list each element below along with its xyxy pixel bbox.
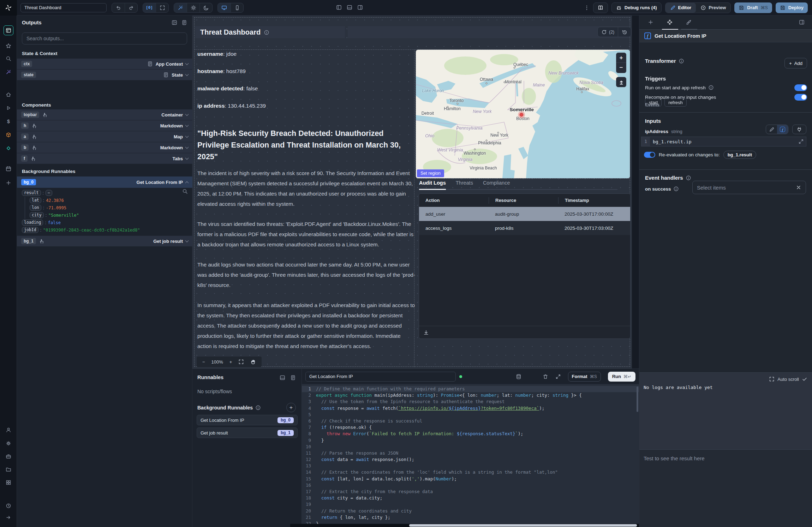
map-zoom-out-button[interactable]: −	[616, 63, 626, 73]
output-row-f[interactable]: fTabs	[17, 153, 192, 164]
collapse-right-icon[interactable]	[799, 19, 805, 25]
code-line[interactable]: 6 // Check if the response is successful	[302, 418, 639, 424]
run-button[interactable]: Run ⌘↵	[608, 372, 635, 382]
map-marker[interactable]	[519, 113, 523, 116]
static-mode-button[interactable]	[766, 125, 777, 134]
tab-threats[interactable]: Threats	[456, 180, 473, 189]
reeval-dependency-chip[interactable]: bg_1.result	[723, 151, 756, 159]
code-line[interactable]: 18 const city = data.city;	[302, 495, 639, 501]
search-outputs-input[interactable]	[22, 32, 187, 44]
topbar-container-cell-2[interactable]	[348, 26, 629, 38]
code-line[interactable]: 2export async function main(ipAddress: s…	[302, 392, 639, 399]
code-area[interactable]: 1// Define the main function with the re…	[302, 384, 639, 524]
map-recenter-button[interactable]	[616, 77, 626, 87]
expand-diagonal-icon[interactable]	[798, 139, 804, 144]
rail-search-icon[interactable]	[4, 54, 13, 64]
fit-frame-icon[interactable]	[238, 359, 244, 365]
output-row-a[interactable]: aMap	[17, 131, 192, 142]
selected-runnable-header[interactable]: f Get Location From IP	[639, 30, 812, 42]
trash-icon[interactable]	[543, 374, 548, 379]
output-row-state[interactable]: stateState	[17, 70, 192, 80]
rail-wand-icon[interactable]	[4, 67, 13, 77]
runnable-name-input[interactable]	[305, 372, 456, 382]
rail-dollar-icon[interactable]: $	[4, 116, 13, 126]
light-theme-button[interactable]	[187, 3, 199, 12]
dark-theme-button[interactable]	[199, 3, 212, 12]
rail-diamond-icon[interactable]	[4, 143, 13, 153]
event-chip-start[interactable]: start	[645, 98, 662, 107]
collapse-bottom-icon[interactable]	[280, 375, 285, 381]
code-line[interactable]: 4 const response = await fetch(`https://…	[302, 405, 639, 412]
code-line[interactable]: 3 // Use the token from the Ipinfo resou…	[302, 399, 639, 405]
rail-star-icon[interactable]	[4, 41, 13, 51]
settings-tab[interactable]	[667, 19, 673, 25]
code-line[interactable]: 7 if (!response.ok) {	[302, 424, 639, 431]
tree-row-result[interactable]: result:−	[22, 189, 188, 197]
code-line[interactable]: 19	[302, 501, 639, 508]
panel-right-icon[interactable]	[357, 5, 363, 10]
expr-mode-button[interactable]: f	[777, 125, 788, 134]
code-line[interactable]: 1// Define the main function with the re…	[302, 386, 639, 392]
code-line[interactable]: 17 // Extract the city from the response…	[302, 489, 639, 495]
refresh-all-button[interactable]: (2)	[598, 27, 618, 37]
rail-briefcase-icon[interactable]	[4, 451, 13, 461]
bg1-output-row[interactable]: bg_1 Get job result	[17, 236, 192, 246]
rail-play-icon[interactable]	[4, 103, 13, 113]
close-icon[interactable]	[796, 185, 801, 190]
app-canvas[interactable]: Threat Dashboard (2) username: jdoehostn…	[192, 16, 632, 369]
code-line[interactable]: 8 throw new Error(`Failed to fetch IP in…	[302, 431, 639, 437]
pan-hand-icon[interactable]	[250, 359, 256, 365]
rail-cube-icon[interactable]	[4, 130, 13, 140]
panel-bottom-icon[interactable]	[347, 5, 352, 10]
trigger-toggle[interactable]	[794, 94, 807, 101]
zero-position-button[interactable]: [0]	[143, 3, 156, 12]
code-line[interactable]: 5	[302, 412, 639, 418]
set-region-button[interactable]: Set region	[417, 169, 444, 177]
format-button[interactable]: Format ⌘S	[568, 372, 601, 382]
desktop-view-button[interactable]	[218, 3, 231, 12]
report-heading[interactable]: "High-Risk Security Breach Detected: Una…	[197, 128, 413, 163]
rail-app-window-icon[interactable]	[4, 25, 13, 35]
rail-plus-icon[interactable]	[4, 178, 13, 188]
runnable-item-bg_0[interactable]: Get Location From IPbg_0	[197, 415, 298, 425]
zoom-in-button[interactable]: +	[229, 359, 232, 365]
zoom-out-button[interactable]: −	[202, 359, 205, 365]
report-body[interactable]: The incident is of high severity with a …	[197, 168, 416, 361]
add-runnable-button[interactable]: +	[286, 403, 296, 412]
tree-row-lat[interactable]: lat:42.3876	[22, 197, 188, 204]
trigger-toggle[interactable]	[794, 84, 807, 91]
expand-diagonal-icon[interactable]	[555, 374, 561, 379]
undo-button[interactable]	[112, 3, 125, 12]
rail-calendar-icon[interactable]	[4, 164, 13, 174]
rail-clock-icon[interactable]	[4, 501, 13, 511]
horizontal-scroll-thumb[interactable]	[409, 524, 637, 527]
output-row-h[interactable]: hMarkdown	[17, 120, 192, 131]
panel-left-icon[interactable]	[336, 5, 342, 10]
output-row-ctx[interactable]: ctxApp Context	[17, 59, 192, 69]
tab-audit-logs[interactable]: Audit Logs	[419, 180, 446, 190]
doc-icon[interactable]	[290, 375, 296, 381]
rail-gear-icon[interactable]	[4, 438, 13, 448]
on-success-select[interactable]: Select items	[692, 181, 806, 194]
table-row[interactable]: add_useraudit-group2025-03-30T17:00:00Z	[419, 207, 630, 221]
rail-folder-icon[interactable]	[4, 465, 13, 474]
markdown-fields[interactable]: username: jdoehostname: host789malware d…	[197, 51, 266, 120]
runnable-item-bg_1[interactable]: Get job resultbg_1	[197, 427, 298, 438]
code-line[interactable]: 21 return { lon, lat, city };	[302, 514, 639, 521]
collapse-panel-icon[interactable]	[172, 20, 177, 25]
fit-view-button[interactable]	[156, 3, 168, 12]
auto-theme-button[interactable]	[174, 3, 187, 12]
app-title-input[interactable]	[20, 3, 107, 12]
windmill-logo-icon[interactable]	[0, 0, 17, 16]
code-line[interactable]: 13	[302, 463, 639, 469]
kebab-menu-icon[interactable]	[584, 5, 590, 11]
code-line[interactable]: 12 const data = await response.json();	[302, 456, 639, 463]
insert-component-tab[interactable]	[648, 19, 653, 25]
output-row-b[interactable]: bMarkdown	[17, 142, 192, 153]
preview-tab[interactable]: Preview	[696, 3, 730, 13]
database-icon[interactable]	[516, 374, 521, 379]
code-line[interactable]: 11 // Parse the response as JSON	[302, 450, 639, 456]
map-zoom-in-button[interactable]: +	[616, 53, 626, 63]
add-transformer-button[interactable]: + Add	[784, 58, 807, 68]
editor-tab[interactable]: Editor	[665, 3, 696, 13]
